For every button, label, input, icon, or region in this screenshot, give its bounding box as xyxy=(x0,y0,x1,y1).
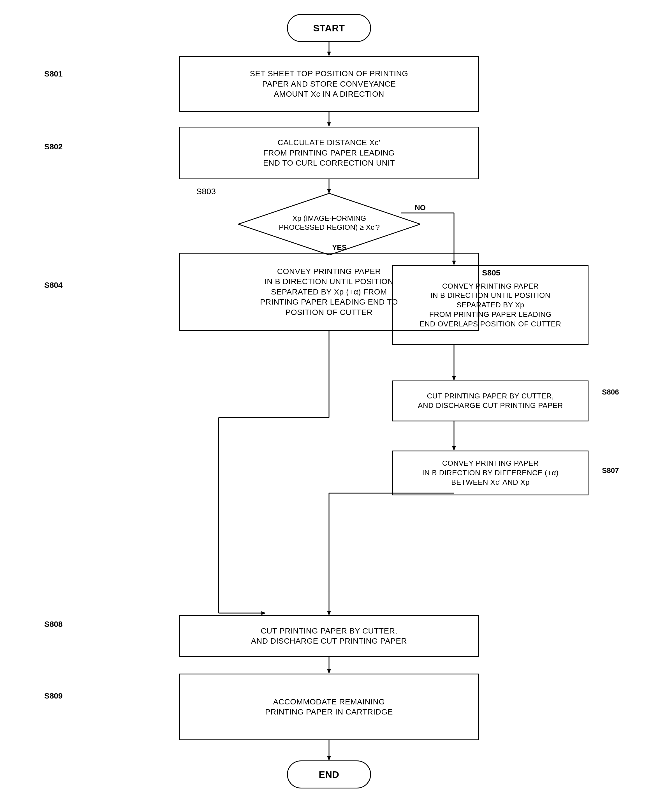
svg-marker-15 xyxy=(262,612,266,615)
svg-marker-19 xyxy=(452,446,456,451)
flowchart-diagram: START S801 SET SHEET TOP POSITION OF PRI… xyxy=(0,0,658,812)
s806-node: CUT PRINTING PAPER BY CUTTER,AND DISCHAR… xyxy=(392,380,589,421)
s803-label: S803 xyxy=(196,186,216,196)
svg-marker-23 xyxy=(327,611,331,615)
svg-text:Xp (IMAGE-FORMING: Xp (IMAGE-FORMING xyxy=(293,214,366,222)
svg-marker-27 xyxy=(327,756,331,760)
svg-marker-3 xyxy=(327,122,331,127)
s801-label: S801 xyxy=(44,69,63,78)
s806-label: S806 xyxy=(602,388,619,396)
s808-label: S808 xyxy=(44,620,63,629)
svg-text:PROCESSED REGION) ≥ Xc'?: PROCESSED REGION) ≥ Xc'? xyxy=(279,223,380,232)
s807-label: S807 xyxy=(602,466,619,475)
s802-label: S802 xyxy=(44,142,63,151)
start-node: START xyxy=(287,14,371,42)
yes-label: YES xyxy=(332,243,347,252)
s809-label: S809 xyxy=(44,692,63,701)
s807-node: CONVEY PRINTING PAPERIN B DIRECTION BY D… xyxy=(392,451,589,495)
s808-node: CUT PRINTING PAPER BY CUTTER,AND DISCHAR… xyxy=(179,615,479,657)
svg-marker-5 xyxy=(327,189,331,193)
end-node: END xyxy=(287,760,371,789)
no-label: NO xyxy=(415,203,426,212)
svg-marker-17 xyxy=(452,376,456,380)
s801-node: SET SHEET TOP POSITION OF PRINTINGPAPER … xyxy=(179,56,479,112)
s804-label: S804 xyxy=(44,281,63,290)
svg-marker-25 xyxy=(327,670,331,674)
s803-diamond: Xp (IMAGE-FORMING PROCESSED REGION) ≥ Xc… xyxy=(238,193,420,255)
s805-node: CONVEY PRINTING PAPERIN B DIRECTION UNTI… xyxy=(392,265,589,345)
svg-marker-1 xyxy=(327,52,331,56)
s802-node: CALCULATE DISTANCE Xc'FROM PRINTING PAPE… xyxy=(179,127,479,179)
s809-node: ACCOMMODATE REMAININGPRINTING PAPER IN C… xyxy=(179,674,479,740)
